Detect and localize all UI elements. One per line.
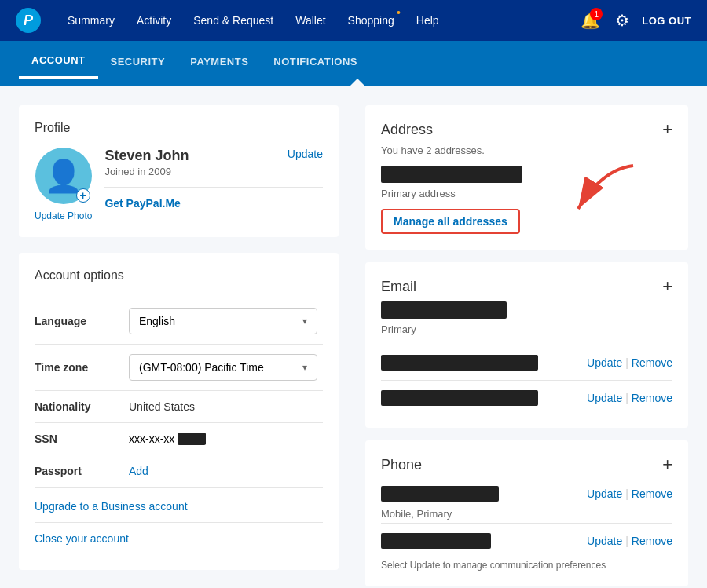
phone-remove-2[interactable]: Remove bbox=[632, 535, 672, 547]
phone-divider-line bbox=[381, 523, 672, 524]
language-value: English bbox=[139, 315, 175, 327]
phone-divider-sep-2: | bbox=[625, 535, 628, 547]
phone-add-button[interactable]: + bbox=[662, 456, 672, 473]
top-navigation: P Summary Activity Send & Request Wallet… bbox=[0, 0, 707, 41]
phone-remove-1[interactable]: Remove bbox=[632, 488, 672, 500]
timezone-label: Time zone bbox=[35, 361, 129, 374]
address-add-button[interactable]: + bbox=[662, 121, 672, 138]
main-content: Profile 👤 + Update Photo Steven John Joi… bbox=[0, 86, 707, 588]
nationality-row: Nationality United States bbox=[35, 391, 323, 423]
notification-button[interactable]: 🔔 1 bbox=[577, 8, 603, 33]
phone-row-2-actions: Update | Remove bbox=[587, 535, 672, 547]
account-options-title: Account options bbox=[35, 268, 323, 283]
nav-shopping[interactable]: Shopping bbox=[337, 0, 405, 41]
language-row: Language English ▾ bbox=[35, 298, 323, 345]
phone-bar-2 bbox=[381, 533, 491, 549]
email-section: Email + Primary Update | Remove Update bbox=[365, 262, 688, 428]
language-select[interactable]: English ▾ bbox=[129, 308, 317, 334]
nav-wallet[interactable]: Wallet bbox=[284, 0, 336, 41]
subnav-payments[interactable]: PAYMENTS bbox=[178, 44, 261, 79]
timezone-value: (GMT-08:00) Pacific Time bbox=[139, 361, 264, 374]
paypal-logo-letter: P bbox=[24, 13, 33, 29]
passport-add-link[interactable]: Add bbox=[129, 465, 148, 477]
ssn-redacted bbox=[178, 433, 206, 445]
subnav-notifications[interactable]: NOTIFICATIONS bbox=[261, 44, 370, 79]
email-primary-label: Primary bbox=[381, 323, 672, 335]
timezone-row: Time zone (GMT-08:00) Pacific Time ▾ bbox=[35, 345, 323, 391]
address-section: Address + You have 2 addresses. Primary … bbox=[365, 105, 688, 250]
email-bar-2 bbox=[381, 390, 538, 406]
account-options-section: Account options Language English ▾ Time … bbox=[19, 253, 339, 570]
nav-help[interactable]: Help bbox=[405, 0, 450, 41]
address-header: Address + bbox=[381, 121, 672, 138]
sub-navigation: ACCOUNT SECURITY PAYMENTS NOTIFICATIONS bbox=[0, 41, 707, 86]
phone-update-1[interactable]: Update bbox=[587, 488, 622, 500]
get-paypalme-link[interactable]: Get PayPal.Me bbox=[104, 197, 181, 210]
top-nav-links: Summary Activity Send & Request Wallet S… bbox=[57, 0, 577, 41]
email-row-2: Update | Remove bbox=[381, 384, 672, 412]
email-row-1: Update | Remove bbox=[381, 349, 672, 377]
address-primary-label: Primary address bbox=[381, 188, 672, 199]
avatar-person-icon: 👤 bbox=[44, 158, 83, 195]
email-divider-sep-2: | bbox=[625, 392, 628, 404]
phone-row-1: Update | Remove bbox=[381, 480, 672, 508]
language-dropdown-arrow: ▾ bbox=[302, 316, 307, 327]
sub-nav-arrow bbox=[350, 79, 365, 86]
phone-update-2[interactable]: Update bbox=[587, 535, 622, 547]
nav-summary[interactable]: Summary bbox=[57, 0, 126, 41]
nav-send-request[interactable]: Send & Request bbox=[182, 0, 284, 41]
paypal-logo: P bbox=[16, 8, 41, 33]
email-header: Email + bbox=[381, 278, 672, 295]
update-photo-link[interactable]: Update Photo bbox=[35, 210, 92, 221]
profile-info: 👤 + Update Photo Steven John Joined in 2… bbox=[35, 148, 323, 221]
logout-button[interactable]: LOG OUT bbox=[642, 15, 691, 27]
email-bar-1 bbox=[381, 355, 538, 371]
subnav-security[interactable]: SECURITY bbox=[98, 44, 178, 79]
phone-row-2: Update | Remove bbox=[381, 527, 672, 555]
timezone-dropdown-arrow: ▾ bbox=[302, 362, 307, 373]
email-row-1-actions: Update | Remove bbox=[587, 356, 672, 369]
address-subtitle: You have 2 addresses. bbox=[381, 144, 672, 156]
address-title: Address bbox=[381, 122, 433, 138]
profile-section: Profile 👤 + Update Photo Steven John Joi… bbox=[19, 105, 339, 237]
profile-name: Steven John bbox=[104, 148, 189, 164]
email-primary-bar bbox=[381, 301, 507, 319]
sub-nav-indicator-row bbox=[0, 79, 707, 86]
close-account-link[interactable]: Close your account bbox=[35, 523, 323, 554]
phone-row-1-actions: Update | Remove bbox=[587, 488, 672, 500]
phone-divider-sep-1: | bbox=[625, 488, 628, 500]
manage-addresses-container: Manage all addresses bbox=[381, 209, 672, 234]
profile-divider bbox=[104, 187, 323, 188]
phone-note: Select Update to manage communication pr… bbox=[381, 560, 672, 571]
top-nav-right: 🔔 1 ⚙ LOG OUT bbox=[577, 8, 691, 33]
nav-activity[interactable]: Activity bbox=[126, 0, 182, 41]
manage-addresses-button[interactable]: Manage all addresses bbox=[381, 209, 520, 234]
passport-label: Passport bbox=[35, 465, 129, 477]
ssn-text: xxx-xx-xx bbox=[129, 433, 174, 445]
avatar-plus-icon: + bbox=[76, 188, 90, 203]
email-update-2[interactable]: Update bbox=[587, 392, 622, 404]
nationality-label: Nationality bbox=[35, 400, 129, 413]
email-remove-2[interactable]: Remove bbox=[632, 392, 672, 404]
upgrade-business-link[interactable]: Upgrade to a Business account bbox=[35, 488, 323, 523]
phone-section: Phone + Update | Remove Mobile, Primary … bbox=[365, 440, 688, 586]
settings-icon[interactable]: ⚙ bbox=[615, 11, 629, 30]
email-update-1[interactable]: Update bbox=[587, 356, 622, 369]
email-add-button[interactable]: + bbox=[662, 278, 672, 295]
email-row-2-actions: Update | Remove bbox=[587, 392, 672, 404]
avatar-container: 👤 + Update Photo bbox=[35, 148, 92, 221]
phone-primary-label: Mobile, Primary bbox=[381, 508, 672, 520]
profile-title: Profile bbox=[35, 121, 323, 135]
timezone-select[interactable]: (GMT-08:00) Pacific Time ▾ bbox=[129, 354, 317, 381]
subnav-account[interactable]: ACCOUNT bbox=[19, 44, 98, 79]
ssn-row: SSN xxx-xx-xx bbox=[35, 423, 323, 455]
passport-row: Passport Add bbox=[35, 455, 323, 488]
email-remove-1[interactable]: Remove bbox=[632, 356, 672, 369]
profile-update-link[interactable]: Update bbox=[288, 148, 323, 160]
right-panel: Address + You have 2 addresses. Primary … bbox=[357, 86, 707, 588]
phone-bar-1 bbox=[381, 486, 499, 502]
avatar: 👤 + bbox=[35, 148, 92, 204]
left-panel: Profile 👤 + Update Photo Steven John Joi… bbox=[0, 86, 357, 588]
ssn-label: SSN bbox=[35, 433, 129, 445]
address-primary-bar bbox=[381, 166, 522, 183]
